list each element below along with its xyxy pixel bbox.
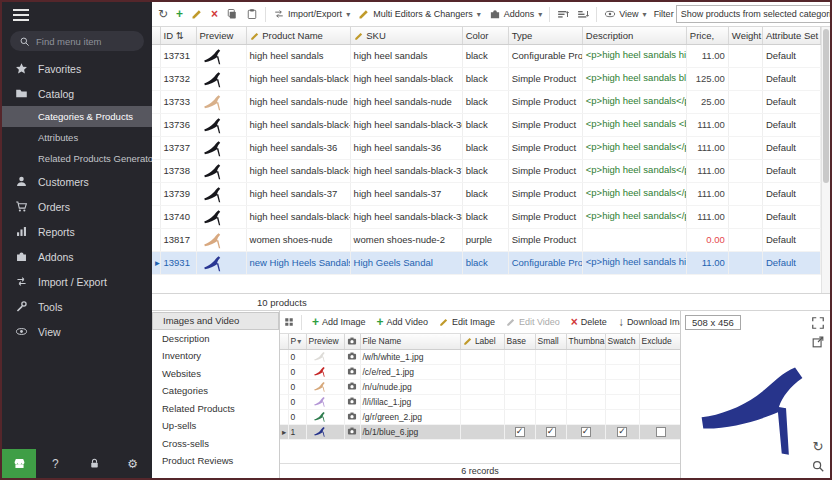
column-header-type[interactable]: Type xyxy=(508,27,582,44)
hamburger-menu-button[interactable] xyxy=(2,2,152,28)
column-header-attribute-set[interactable]: Attribute Set Name xyxy=(762,27,820,44)
column-header-thumbnail[interactable]: Thumbna xyxy=(566,334,605,349)
delete-image-button[interactable]: ×Delete xyxy=(568,314,610,330)
edit-product-button[interactable] xyxy=(188,6,206,22)
image-row[interactable]: 0 /l/i/lilac_1.jpg xyxy=(280,394,682,409)
download-image-button[interactable]: ↓Download Image xyxy=(615,314,680,330)
delete-product-button[interactable]: × xyxy=(208,6,221,22)
tab-description[interactable]: Description xyxy=(152,330,279,348)
add-product-button[interactable]: + xyxy=(173,6,186,22)
shoe-image xyxy=(683,332,827,468)
column-header-price[interactable]: Price, xyxy=(686,27,728,44)
copy-button[interactable] xyxy=(223,6,241,22)
import-export-menu[interactable]: Import/Export ▾ xyxy=(270,6,353,22)
tab-categories[interactable]: Categories xyxy=(152,382,279,400)
sidebar-item-customers[interactable]: Customers xyxy=(2,169,152,194)
sort-ascending-button[interactable] xyxy=(554,6,572,22)
image-row[interactable]: 0 /n/u/nude.jpg xyxy=(280,379,682,394)
column-header-preview[interactable]: Preview xyxy=(306,334,344,349)
fullscreen-icon[interactable] xyxy=(811,316,825,330)
tab-product-reviews[interactable]: Product Reviews xyxy=(152,452,279,470)
exclude-checkbox[interactable] xyxy=(656,427,666,437)
lock-button[interactable] xyxy=(75,457,114,470)
product-row-selected[interactable]: ▸ 13931 new High Heels Sandals High Geel… xyxy=(152,251,821,274)
menu-search-input[interactable]: Find menu item xyxy=(10,31,144,51)
store-button[interactable] xyxy=(2,449,36,478)
add-video-button[interactable]: +Add Video xyxy=(374,314,431,330)
column-header-product-name[interactable]: Product Name xyxy=(246,27,350,44)
cell-type: Simple Product xyxy=(508,182,582,205)
tab-websites[interactable]: Websites xyxy=(152,365,279,383)
open-external-icon[interactable] xyxy=(811,335,825,349)
tab-up-sells[interactable]: Up-sells xyxy=(152,417,279,435)
base-checkbox[interactable]: ✓ xyxy=(515,427,525,437)
product-row[interactable]: 13733 high heel sandals-nude high heel s… xyxy=(152,90,821,113)
swatch-checkbox[interactable]: ✓ xyxy=(617,427,627,437)
sidebar-item-addons[interactable]: Addons xyxy=(2,244,152,269)
column-header-weight[interactable]: Weight xyxy=(728,27,762,44)
column-header-small[interactable]: Small xyxy=(535,334,566,349)
column-header-base[interactable]: Base xyxy=(504,334,535,349)
column-header-position[interactable]: P▾ xyxy=(288,334,306,349)
product-row[interactable]: 13817 women shoes-nude women shoes-nude-… xyxy=(152,228,821,251)
category-filter-select[interactable]: Show products from selected categories ▾ xyxy=(676,5,832,23)
column-header-description[interactable]: Description xyxy=(582,27,686,44)
sidebar-item-related-products-generator[interactable]: Related Products Generator xyxy=(2,148,152,169)
sidebar-item-catalog[interactable]: Catalog xyxy=(2,81,152,106)
camera-icon xyxy=(347,381,357,391)
tab-images-and-video[interactable]: Images and Video xyxy=(152,312,279,330)
column-header-camera[interactable] xyxy=(344,334,360,349)
cell-file-name: /b/1/blue_6.jpg xyxy=(360,424,460,439)
paste-button[interactable] xyxy=(243,6,261,22)
image-row[interactable]: 0 /g/r/green_2.jpg xyxy=(280,409,682,424)
edit-image-button[interactable]: Edit Image xyxy=(436,315,498,329)
tab-inventory[interactable]: Inventory xyxy=(152,347,279,365)
product-row[interactable]: 13739 high heel sandals-37 high heel san… xyxy=(152,182,821,205)
sidebar-item-tools[interactable]: Tools xyxy=(2,294,152,319)
grid-vertical-scrollbar[interactable] xyxy=(821,27,830,293)
product-row[interactable]: 13737 high heel sandals-36 high heel san… xyxy=(152,136,821,159)
view-menu[interactable]: View ▾ xyxy=(601,6,649,22)
thumbnail-checkbox[interactable]: ✓ xyxy=(581,427,591,437)
cell-weight xyxy=(728,90,762,113)
add-image-button[interactable]: +Add Image xyxy=(309,314,369,330)
column-header-exclude[interactable]: Exclude xyxy=(639,334,682,349)
product-row[interactable]: 13740 high heel sandals-black-38 high he… xyxy=(152,205,821,228)
sidebar-item-orders[interactable]: Orders xyxy=(2,194,152,219)
sidebar-item-categories-products[interactable]: Categories & Products xyxy=(2,106,152,127)
image-row-selected[interactable]: ▸ 1 /b/1/blue_6.jpg ✓ ✓ ✓ ✓ xyxy=(280,424,682,439)
column-header-preview[interactable]: Preview xyxy=(196,27,246,44)
column-header-label[interactable]: Label xyxy=(460,334,504,349)
settings-button[interactable]: ⚙ xyxy=(113,457,152,471)
rotate-icon[interactable]: ↻ xyxy=(811,440,825,454)
product-row[interactable]: 13732 high heel sandals-black high heel … xyxy=(152,67,821,90)
add-icon: + xyxy=(312,316,319,328)
edit-video-button[interactable]: Edit Video xyxy=(503,315,563,329)
sidebar-item-reports[interactable]: Reports xyxy=(2,219,152,244)
product-row[interactable]: 13731 high heel sandals high heel sandal… xyxy=(152,44,821,67)
cell-sku: high heel sandals-nude xyxy=(350,90,462,113)
sidebar-item-favorites[interactable]: Favorites xyxy=(2,56,152,81)
magnifier-icon[interactable] xyxy=(811,459,825,473)
tab-cross-sells[interactable]: Cross-sells xyxy=(152,435,279,453)
sidebar-item-view[interactable]: View xyxy=(2,319,152,344)
image-row[interactable]: 0 /w/h/white_1.jpg xyxy=(280,349,682,364)
addons-menu[interactable]: Addons ▾ xyxy=(486,6,546,22)
column-header-id[interactable]: ID ⇅ xyxy=(160,27,196,44)
column-header-swatch[interactable]: Swatch xyxy=(605,334,639,349)
column-header-sku[interactable]: SKU xyxy=(350,27,462,44)
column-header-file-name[interactable]: File Name xyxy=(360,334,460,349)
sidebar-item-attributes[interactable]: Attributes xyxy=(2,127,152,148)
sort-descending-button[interactable] xyxy=(574,6,592,22)
small-checkbox[interactable]: ✓ xyxy=(546,427,556,437)
column-header-color[interactable]: Color xyxy=(462,27,508,44)
tab-related-products[interactable]: Related Products xyxy=(152,400,279,418)
multi-editors-menu[interactable]: Multi Editors & Changers ▾ xyxy=(355,6,484,22)
sidebar-item-import-export[interactable]: Import / Export xyxy=(2,269,152,294)
help-button[interactable]: ? xyxy=(36,457,75,471)
image-row[interactable]: 0 /c/e/red_1.jpg xyxy=(280,364,682,379)
product-row[interactable]: 13736 high heel sandals-black-36 high he… xyxy=(152,113,821,136)
product-row[interactable]: 13738 high heel sandals-black-37 high he… xyxy=(152,159,821,182)
scrollbar-thumb[interactable] xyxy=(823,29,829,183)
refresh-button[interactable]: ↻ xyxy=(155,6,171,22)
